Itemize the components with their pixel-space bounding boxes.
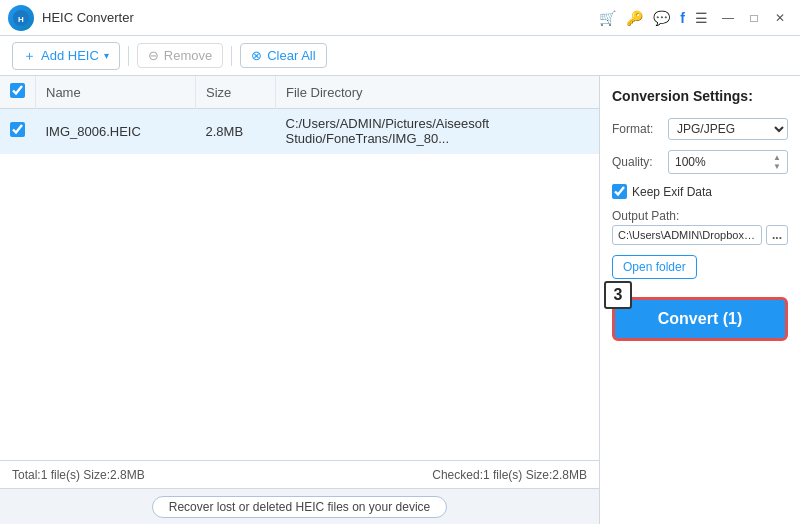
clear-icon: ⊗: [251, 48, 262, 63]
plus-icon: ＋: [23, 47, 36, 65]
toolbar-separator-1: [128, 46, 129, 66]
row-name: IMG_8006.HEIC: [36, 109, 196, 154]
convert-area: 3 Convert (1): [612, 297, 788, 341]
checked-status: Checked:1 file(s) Size:2.8MB: [432, 468, 587, 482]
file-area: Name Size File Directory IMG_8006.HEIC 2…: [0, 76, 600, 524]
main-content: Name Size File Directory IMG_8006.HEIC 2…: [0, 76, 800, 524]
output-path-label: Output Path:: [612, 209, 788, 223]
quality-value: 100%: [675, 155, 706, 169]
browse-button[interactable]: ...: [766, 225, 788, 245]
maximize-button[interactable]: □: [742, 7, 766, 29]
chat-icon[interactable]: 💬: [653, 10, 670, 26]
title-bar-action-icons: 🛒 🔑 💬 f ☰: [599, 10, 708, 26]
window-controls: — □ ✕: [716, 7, 792, 29]
dropdown-arrow-icon: ▾: [104, 50, 109, 61]
quality-row: Quality: 100% ▲ ▼: [612, 150, 788, 174]
keep-exif-label: Keep Exif Data: [632, 185, 712, 199]
keep-exif-row: Keep Exif Data: [612, 184, 788, 199]
minus-icon: ⊖: [148, 48, 159, 63]
row-checkbox-cell: [0, 109, 36, 154]
key-icon[interactable]: 🔑: [626, 10, 643, 26]
output-path-row: C:\Users\ADMIN\Dropbox\PC\ ...: [612, 225, 788, 245]
select-all-checkbox[interactable]: [10, 83, 25, 98]
title-bar: H HEIC Converter 🛒 🔑 💬 f ☰ — □ ✕: [0, 0, 800, 36]
app-title: HEIC Converter: [42, 10, 599, 25]
clear-all-button[interactable]: ⊗ Clear All: [240, 43, 326, 68]
total-status: Total:1 file(s) Size:2.8MB: [12, 468, 145, 482]
output-path-value: C:\Users\ADMIN\Dropbox\PC\: [612, 225, 762, 245]
status-bar: Total:1 file(s) Size:2.8MB Checked:1 fil…: [0, 460, 599, 488]
menu-icon[interactable]: ☰: [695, 10, 708, 26]
toolbar-separator-2: [231, 46, 232, 66]
quality-input[interactable]: 100% ▲ ▼: [668, 150, 788, 174]
file-table: Name Size File Directory IMG_8006.HEIC 2…: [0, 76, 599, 154]
app-logo: H: [8, 5, 34, 31]
file-list-content: Name Size File Directory IMG_8006.HEIC 2…: [0, 76, 599, 460]
keep-exif-checkbox[interactable]: [612, 184, 627, 199]
row-checkbox[interactable]: [10, 122, 25, 137]
table-row: IMG_8006.HEIC 2.8MB C:/Users/ADMIN/Pictu…: [0, 109, 599, 154]
col-name-header: Name: [36, 76, 196, 109]
col-size-header: Size: [196, 76, 276, 109]
convert-button[interactable]: Convert (1): [612, 297, 788, 341]
quality-label: Quality:: [612, 155, 662, 169]
output-path-section: Output Path: C:\Users\ADMIN\Dropbox\PC\ …: [612, 209, 788, 245]
format-select[interactable]: JPG/JPEG PNG BMP GIF TIFF: [668, 118, 788, 140]
recovery-bar: Recover lost or deleted HEIC files on yo…: [0, 488, 599, 524]
col-check-header: [0, 76, 36, 109]
remove-button[interactable]: ⊖ Remove: [137, 43, 223, 68]
svg-text:H: H: [18, 15, 24, 24]
row-size: 2.8MB: [196, 109, 276, 154]
open-folder-button[interactable]: Open folder: [612, 255, 697, 279]
settings-title: Conversion Settings:: [612, 88, 788, 104]
row-dir: C:/Users/ADMIN/Pictures/Aiseesoft Studio…: [276, 109, 600, 154]
toolbar: ＋ Add HEIC ▾ ⊖ Remove ⊗ Clear All: [0, 36, 800, 76]
close-button[interactable]: ✕: [768, 7, 792, 29]
cart-icon[interactable]: 🛒: [599, 10, 616, 26]
format-label: Format:: [612, 122, 662, 136]
add-heic-button[interactable]: ＋ Add HEIC ▾: [12, 42, 120, 70]
quality-arrows[interactable]: ▲ ▼: [773, 153, 781, 171]
table-header-row: Name Size File Directory: [0, 76, 599, 109]
facebook-icon[interactable]: f: [680, 10, 685, 26]
col-dir-header: File Directory: [276, 76, 600, 109]
minimize-button[interactable]: —: [716, 7, 740, 29]
recovery-button[interactable]: Recover lost or deleted HEIC files on yo…: [152, 496, 447, 518]
step-badge: 3: [604, 281, 632, 309]
format-row: Format: JPG/JPEG PNG BMP GIF TIFF: [612, 118, 788, 140]
settings-panel: Conversion Settings: Format: JPG/JPEG PN…: [600, 76, 800, 524]
